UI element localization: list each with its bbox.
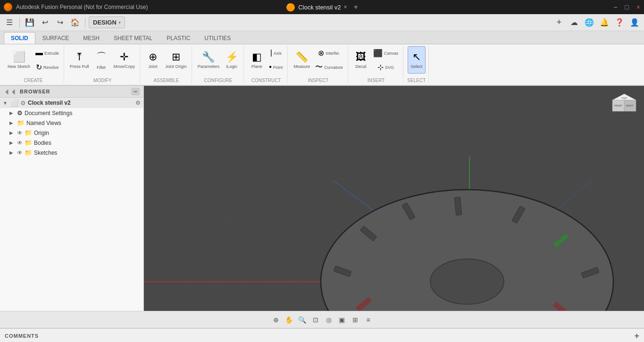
joint-origin-icon: ⊞	[172, 51, 180, 63]
close-tab-icon[interactable]: ×	[343, 4, 347, 10]
look-at-button[interactable]: ◎	[323, 314, 335, 325]
grid-toggle-button[interactable]: ⊞	[350, 314, 361, 325]
tab-utilities[interactable]: UTILITIES	[197, 32, 238, 44]
zoom-fit-button[interactable]: ⊡	[310, 314, 321, 325]
browser-item-origin[interactable]: ▶ 👁 📁 Origin	[0, 128, 143, 138]
ribbon-group-insert: 🖼 Decal ⬛ Canvas ⊹ SVG INSERT	[349, 46, 404, 83]
create-sketch-icon: ⬜	[13, 51, 25, 63]
close-button[interactable]: ×	[636, 3, 640, 11]
interference-button[interactable]: ⊗ Interfer.	[313, 46, 345, 59]
joint-button[interactable]: ⊕ Joint	[144, 46, 162, 74]
root-arrow: ▼	[3, 100, 8, 106]
app-title: Autodesk Fusion Personal (Not for Commer…	[16, 4, 148, 10]
menu-button[interactable]: ☰	[3, 16, 16, 29]
add-comment-button[interactable]: +	[634, 331, 639, 341]
named-views-icon: 📁	[17, 119, 25, 126]
browser-tree: ▼ ⬜ ⚙ Clock stensil v2 ⚙ ▶ ⚙ Document Se…	[0, 98, 143, 311]
press-pull-button[interactable]: ⤒ Press Pull	[68, 46, 91, 74]
view-cube[interactable]: TOP RIGHT FRONT	[610, 92, 638, 120]
browser-item-sketches[interactable]: ▶ 👁 📁 Sketches	[0, 148, 143, 158]
point-icon: •	[269, 63, 272, 71]
zoom-button[interactable]: 🔍	[297, 314, 308, 325]
doc-settings-label: Document Settings	[25, 110, 72, 117]
tab-sheet-metal[interactable]: SHEET METAL	[107, 32, 159, 44]
modify-label: MODIFY	[93, 76, 112, 83]
ilogic-button[interactable]: ⚡ iLogic	[223, 46, 241, 74]
parameters-button[interactable]: 🔧 Parameters	[196, 46, 222, 74]
insert-buttons: 🖼 Decal ⬛ Canvas ⊹ SVG	[352, 46, 401, 74]
browser-item-named-views[interactable]: ▶ 📁 Named Views	[0, 118, 143, 128]
title-bar-left: Autodesk Fusion Personal (Not for Commer…	[4, 3, 148, 11]
move-icon: ✛	[120, 51, 128, 63]
named-views-arrow: ▶	[9, 120, 15, 125]
move-copy-button[interactable]: ✛ Move/Copy	[112, 46, 137, 74]
create-buttons: ⬜ New Sketch ▬ Extrude ↻ Revolve	[6, 46, 61, 74]
extrude-button[interactable]: ▬ Extrude	[33, 46, 61, 59]
construct-label: CONSTRUCT	[251, 76, 281, 83]
tab-plastic[interactable]: PLASTIC	[159, 32, 197, 44]
select-label: SELECT	[407, 76, 426, 83]
display-mode-button[interactable]: ▣	[336, 314, 348, 325]
redo-button[interactable]: ↪	[53, 16, 67, 29]
community-button[interactable]: 🌐	[583, 16, 596, 29]
point-button[interactable]: • Point	[267, 60, 284, 74]
svg-button[interactable]: ⊹ SVG	[371, 60, 401, 74]
canvas-button[interactable]: ⬛ Canvas	[371, 46, 401, 59]
sketches-eye-icon[interactable]: 👁	[17, 150, 23, 156]
revolve-button[interactable]: ↻ Revolve	[33, 60, 61, 74]
fillet-button[interactable]: ⌒ Fillet	[92, 46, 110, 74]
ribbon-group-assemble: ⊕ Joint ⊞ Joint Origin ASSEMBLE	[141, 46, 192, 83]
origin-eye-icon[interactable]: 👁	[17, 130, 23, 136]
plane-button[interactable]: ◧ Plane	[248, 46, 266, 74]
root-settings-icon: ⚙	[20, 100, 26, 107]
curvature-button[interactable]: 〜 Curvature	[313, 60, 345, 74]
tab-mesh[interactable]: MESH	[76, 32, 107, 44]
joint-origin-button[interactable]: ⊞ Joint Origin	[163, 46, 189, 74]
pan-button[interactable]: ✋	[284, 314, 295, 325]
tab-surface[interactable]: SURFACE	[35, 32, 76, 44]
insert-label: INSERT	[368, 76, 385, 83]
viewport-bottom-toolbar: ⊕ ✋ 🔍 ⊡ ◎ ▣ ⊞ ≡	[0, 311, 644, 328]
browser-collapse-button[interactable]: −	[131, 88, 140, 95]
browser-item-bodies[interactable]: ▶ 👁 📁 Bodies	[0, 138, 143, 148]
new-design-button[interactable]: +	[552, 16, 566, 29]
sketches-arrow: ▶	[9, 150, 15, 155]
save-button[interactable]: 💾	[23, 16, 36, 29]
create-label: CREATE	[24, 76, 43, 83]
axis-button[interactable]: | Axis	[267, 46, 284, 59]
undo-button[interactable]: ↩	[38, 16, 51, 29]
orbit-button[interactable]: ⊕	[270, 314, 282, 325]
construct-buttons: ◧ Plane | Axis • Point	[248, 46, 284, 74]
design-dropdown[interactable]: DESIGN ▾	[89, 17, 125, 28]
decal-button[interactable]: 🖼 Decal	[352, 46, 370, 74]
home-button[interactable]: 🏠	[68, 16, 82, 29]
bodies-eye-icon[interactable]: 👁	[17, 140, 23, 146]
doc-settings-icon: ⚙	[17, 109, 23, 117]
revolve-icon: ↻	[36, 63, 42, 72]
create-sketch-button[interactable]: ⬜ New Sketch	[6, 46, 32, 74]
viewport[interactable]: TOP RIGHT FRONT	[144, 86, 644, 311]
assemble-buttons: ⊕ Joint ⊞ Joint Origin	[144, 46, 189, 74]
tab-solid[interactable]: SOLID	[4, 32, 35, 44]
browser-title: BROWSER	[20, 89, 50, 94]
browser-header: ⏴⏴ BROWSER −	[0, 86, 143, 98]
doc-settings-arrow: ▶	[9, 110, 15, 116]
configure-buttons: 🔧 Parameters ⚡ iLogic	[196, 46, 241, 74]
notifications-button[interactable]: 🔔	[598, 16, 611, 29]
minimize-button[interactable]: −	[613, 3, 617, 11]
select-button[interactable]: ↖ Select	[408, 46, 426, 74]
measure-button[interactable]: 📏 Measure	[292, 46, 312, 74]
sketches-folder-icon: 📁	[25, 149, 32, 156]
view-options-button[interactable]: ≡	[363, 314, 374, 325]
profile-button[interactable]: 👤	[628, 16, 641, 29]
maximize-button[interactable]: □	[625, 3, 628, 11]
main-area: ⏴⏴ BROWSER − ▼ ⬜ ⚙ Clock stensil v2 ⚙ ▶ …	[0, 86, 644, 311]
browser-item-doc-settings[interactable]: ▶ ⚙ Document Settings	[0, 108, 143, 118]
inspect-label: INSPECT	[308, 76, 328, 83]
top-toolbar: ☰ 💾 ↩ ↪ 🏠 DESIGN ▾ + ☁ 🌐 🔔 ❓ 👤	[0, 14, 644, 31]
named-views-label: Named Views	[26, 120, 61, 126]
browser-root-item[interactable]: ▼ ⬜ ⚙ Clock stensil v2 ⚙	[0, 98, 143, 108]
help-button[interactable]: ❓	[613, 16, 626, 29]
cloud-button[interactable]: ☁	[568, 16, 581, 29]
new-tab-icon[interactable]: +	[353, 3, 358, 11]
